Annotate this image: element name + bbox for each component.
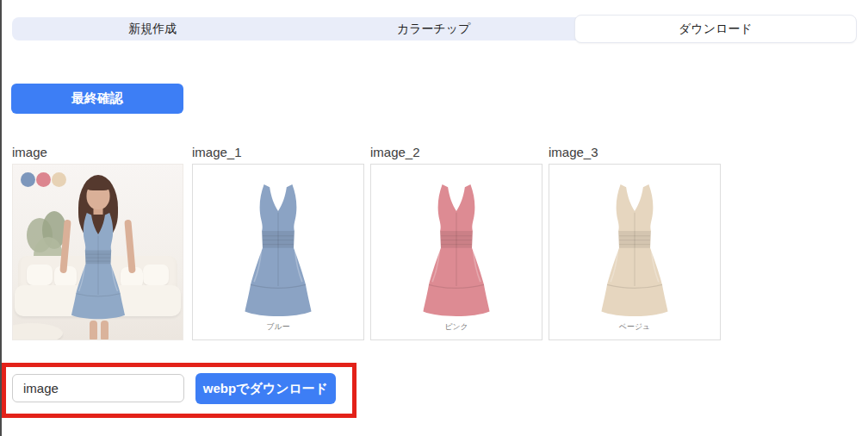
variant-image-beige: ベージュ: [549, 164, 721, 340]
model-hair-fringe: [85, 178, 111, 190]
color-name-label: ピンク: [371, 321, 542, 333]
webp-download-button[interactable]: webpでダウンロード: [195, 373, 336, 404]
window-left-border: [0, 0, 2, 436]
filename-input[interactable]: [12, 374, 184, 402]
tab-new-creation[interactable]: 新規作成: [12, 17, 293, 40]
dress-image: [581, 180, 688, 321]
color-name-label: ブルー: [193, 321, 363, 333]
tab-bar: 新規作成 カラーチップ ダウンロード: [12, 17, 857, 40]
variant-column-1: image_1 ブルー: [192, 143, 364, 340]
coffee-table: [12, 323, 63, 340]
variant-image-blue: ブルー: [192, 164, 364, 340]
tab-color-chip[interactable]: カラーチップ: [293, 17, 574, 40]
pink-swatch-icon: [36, 172, 51, 187]
variant-image-pink: ピンク: [370, 164, 542, 340]
image-label: image: [12, 143, 183, 162]
model-leg-right: [101, 321, 108, 340]
dress-image: [225, 180, 332, 321]
blue-swatch-icon: [21, 172, 35, 187]
color-name-label: ベージュ: [549, 321, 720, 333]
image-label: image_1: [192, 143, 364, 162]
model-dress: [56, 209, 140, 323]
color-swatch-row: [21, 172, 67, 187]
image-label: image_2: [370, 143, 542, 162]
original-image-column: image: [12, 143, 183, 340]
sofa-pillow: [143, 265, 169, 285]
image-label: image_3: [549, 143, 721, 162]
app-window: 新規作成 カラーチップ ダウンロード 最終確認 image: [0, 0, 868, 436]
final-confirm-button[interactable]: 最終確認: [11, 84, 183, 114]
tab-download[interactable]: ダウンロード: [574, 15, 857, 43]
sofa-pillow: [27, 265, 53, 285]
variant-column-3: image_3 ベージュ: [549, 143, 721, 340]
original-image: [12, 164, 183, 340]
dress-image: [403, 180, 510, 321]
beige-swatch-icon: [52, 172, 66, 187]
variant-column-2: image_2 ピンク: [370, 143, 542, 340]
model-leg-left: [90, 321, 97, 340]
